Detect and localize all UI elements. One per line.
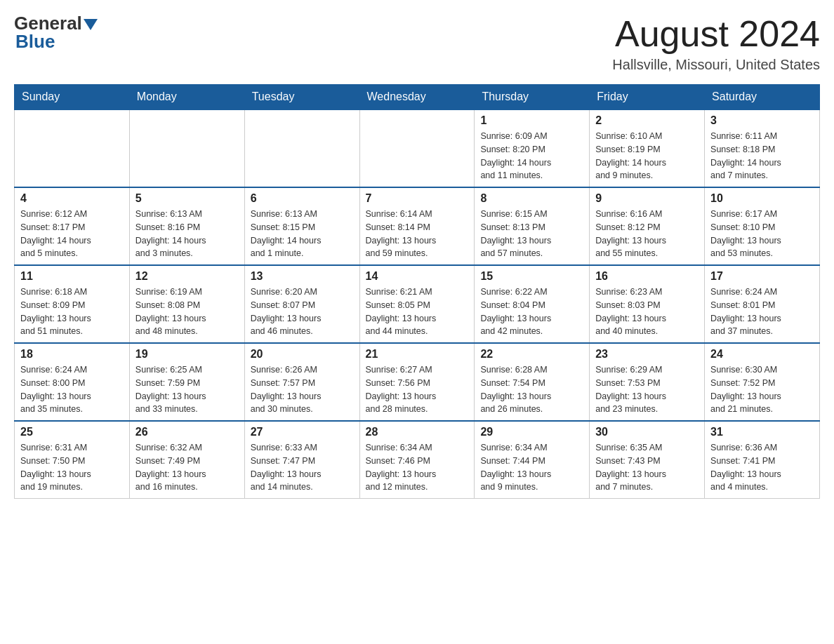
day-number: 10 [710,192,814,205]
day-info: Sunrise: 6:11 AM Sunset: 8:18 PM Dayligh… [710,130,814,182]
calendar-header-row: SundayMondayTuesdayWednesdayThursdayFrid… [15,85,820,110]
calendar-cell: 4Sunrise: 6:12 AM Sunset: 8:17 PM Daylig… [15,187,130,265]
day-number: 20 [251,348,354,361]
day-number: 5 [135,192,239,205]
day-info: Sunrise: 6:16 AM Sunset: 8:12 PM Dayligh… [595,208,699,260]
calendar-cell: 12Sunrise: 6:19 AM Sunset: 8:08 PM Dayli… [129,265,244,343]
calendar-week-2: 4Sunrise: 6:12 AM Sunset: 8:17 PM Daylig… [15,187,820,265]
logo-general-text: General [14,14,82,32]
calendar-cell: 31Sunrise: 6:36 AM Sunset: 7:41 PM Dayli… [705,421,820,499]
title-block: August 2024 Hallsville, Missouri, United… [612,14,820,73]
day-info: Sunrise: 6:18 AM Sunset: 8:09 PM Dayligh… [20,286,124,338]
day-info: Sunrise: 6:34 AM Sunset: 7:46 PM Dayligh… [366,441,469,494]
day-info: Sunrise: 6:25 AM Sunset: 7:59 PM Dayligh… [135,363,239,416]
calendar-cell: 5Sunrise: 6:13 AM Sunset: 8:16 PM Daylig… [129,187,244,265]
calendar-cell: 20Sunrise: 6:26 AM Sunset: 7:57 PM Dayli… [244,343,359,421]
day-info: Sunrise: 6:32 AM Sunset: 7:49 PM Dayligh… [135,441,239,494]
day-info: Sunrise: 6:27 AM Sunset: 7:56 PM Dayligh… [366,363,469,416]
logo-blue-text: Blue [14,31,55,53]
day-info: Sunrise: 6:14 AM Sunset: 8:14 PM Dayligh… [366,208,469,260]
calendar-cell: 29Sunrise: 6:34 AM Sunset: 7:44 PM Dayli… [475,421,590,499]
day-info: Sunrise: 6:24 AM Sunset: 8:00 PM Dayligh… [20,363,124,416]
day-info: Sunrise: 6:28 AM Sunset: 7:54 PM Dayligh… [480,363,583,416]
day-info: Sunrise: 6:22 AM Sunset: 8:04 PM Dayligh… [480,286,583,338]
day-info: Sunrise: 6:29 AM Sunset: 7:53 PM Dayligh… [595,363,699,416]
day-info: Sunrise: 6:20 AM Sunset: 8:07 PM Dayligh… [251,286,354,338]
day-number: 24 [710,348,814,361]
day-info: Sunrise: 6:23 AM Sunset: 8:03 PM Dayligh… [595,286,699,338]
calendar-week-1: 1Sunrise: 6:09 AM Sunset: 8:20 PM Daylig… [15,109,820,187]
day-number: 4 [20,192,124,205]
day-info: Sunrise: 6:12 AM Sunset: 8:17 PM Dayligh… [20,208,124,260]
day-number: 3 [710,114,814,127]
calendar-cell: 11Sunrise: 6:18 AM Sunset: 8:09 PM Dayli… [15,265,130,343]
calendar-table: SundayMondayTuesdayWednesdayThursdayFrid… [14,84,820,499]
page-header: General Blue August 2024 Hallsville, Mis… [14,14,820,73]
day-number: 29 [480,426,583,438]
calendar-cell: 30Sunrise: 6:35 AM Sunset: 7:43 PM Dayli… [590,421,705,499]
day-number: 18 [20,348,124,361]
calendar-cell [129,109,244,187]
calendar-cell: 3Sunrise: 6:11 AM Sunset: 8:18 PM Daylig… [705,109,820,187]
day-number: 31 [710,426,814,438]
calendar-cell: 1Sunrise: 6:09 AM Sunset: 8:20 PM Daylig… [475,109,590,187]
day-info: Sunrise: 6:09 AM Sunset: 8:20 PM Dayligh… [480,130,583,182]
calendar-cell: 26Sunrise: 6:32 AM Sunset: 7:49 PM Dayli… [129,421,244,499]
calendar-cell: 22Sunrise: 6:28 AM Sunset: 7:54 PM Dayli… [475,343,590,421]
day-info: Sunrise: 6:24 AM Sunset: 8:01 PM Dayligh… [710,286,814,338]
calendar-week-3: 11Sunrise: 6:18 AM Sunset: 8:09 PM Dayli… [15,265,820,343]
day-number: 9 [595,192,699,205]
day-info: Sunrise: 6:31 AM Sunset: 7:50 PM Dayligh… [20,441,124,494]
day-info: Sunrise: 6:13 AM Sunset: 8:16 PM Dayligh… [135,208,239,260]
logo-arrow-icon [84,19,98,30]
logo: General Blue [14,14,98,53]
calendar-cell [15,109,130,187]
calendar-cell: 27Sunrise: 6:33 AM Sunset: 7:47 PM Dayli… [244,421,359,499]
day-info: Sunrise: 6:13 AM Sunset: 8:15 PM Dayligh… [251,208,354,260]
day-info: Sunrise: 6:30 AM Sunset: 7:52 PM Dayligh… [710,363,814,416]
calendar-header-friday: Friday [590,85,705,110]
calendar-cell: 13Sunrise: 6:20 AM Sunset: 8:07 PM Dayli… [244,265,359,343]
calendar-cell: 15Sunrise: 6:22 AM Sunset: 8:04 PM Dayli… [475,265,590,343]
calendar-cell [244,109,359,187]
day-number: 12 [135,270,239,283]
day-number: 21 [366,348,469,361]
calendar-cell: 8Sunrise: 6:15 AM Sunset: 8:13 PM Daylig… [475,187,590,265]
calendar-cell: 7Sunrise: 6:14 AM Sunset: 8:14 PM Daylig… [359,187,475,265]
day-number: 22 [480,348,583,361]
day-number: 11 [20,270,124,283]
day-info: Sunrise: 6:15 AM Sunset: 8:13 PM Dayligh… [480,208,583,260]
calendar-cell: 9Sunrise: 6:16 AM Sunset: 8:12 PM Daylig… [590,187,705,265]
calendar-cell: 19Sunrise: 6:25 AM Sunset: 7:59 PM Dayli… [129,343,244,421]
day-number: 14 [366,270,469,283]
day-number: 7 [366,192,469,205]
calendar-header-thursday: Thursday [475,85,590,110]
day-number: 25 [20,426,124,438]
day-number: 16 [595,270,699,283]
day-number: 27 [251,426,354,438]
day-info: Sunrise: 6:26 AM Sunset: 7:57 PM Dayligh… [251,363,354,416]
day-number: 13 [251,270,354,283]
calendar-cell: 2Sunrise: 6:10 AM Sunset: 8:19 PM Daylig… [590,109,705,187]
day-info: Sunrise: 6:33 AM Sunset: 7:47 PM Dayligh… [251,441,354,494]
subtitle: Hallsville, Missouri, United States [612,57,820,73]
main-title: August 2024 [612,14,820,54]
calendar-header-sunday: Sunday [15,85,130,110]
calendar-header-monday: Monday [129,85,244,110]
calendar-cell: 16Sunrise: 6:23 AM Sunset: 8:03 PM Dayli… [590,265,705,343]
day-info: Sunrise: 6:21 AM Sunset: 8:05 PM Dayligh… [366,286,469,338]
day-number: 2 [595,114,699,127]
day-number: 1 [480,114,583,127]
calendar-cell: 25Sunrise: 6:31 AM Sunset: 7:50 PM Dayli… [15,421,130,499]
calendar-cell: 6Sunrise: 6:13 AM Sunset: 8:15 PM Daylig… [244,187,359,265]
calendar-cell: 17Sunrise: 6:24 AM Sunset: 8:01 PM Dayli… [705,265,820,343]
day-info: Sunrise: 6:34 AM Sunset: 7:44 PM Dayligh… [480,441,583,494]
day-info: Sunrise: 6:36 AM Sunset: 7:41 PM Dayligh… [710,441,814,494]
day-number: 30 [595,426,699,438]
calendar-header-wednesday: Wednesday [359,85,475,110]
day-number: 19 [135,348,239,361]
day-number: 17 [710,270,814,283]
day-number: 8 [480,192,583,205]
calendar-cell: 18Sunrise: 6:24 AM Sunset: 8:00 PM Dayli… [15,343,130,421]
day-number: 26 [135,426,239,438]
